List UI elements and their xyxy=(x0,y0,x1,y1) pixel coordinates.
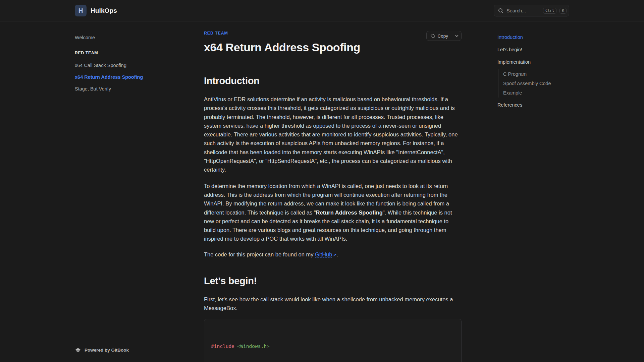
search-icon xyxy=(498,8,503,13)
paragraph-text: . xyxy=(336,251,338,257)
chevron-down-icon xyxy=(455,34,459,38)
copy-split-button: Copy xyxy=(426,31,462,41)
paragraph-intro-2: To determine the memory location from wh… xyxy=(204,182,462,243)
code-line: #include<Windows.h> xyxy=(211,343,461,350)
toc-item-references[interactable]: References xyxy=(497,100,569,110)
sidebar-item-stage-but-verify[interactable]: Stage, But Verify xyxy=(75,83,170,95)
paragraph-text: The code for this project can be found o… xyxy=(204,251,315,257)
toc-item-spoof-assembly-code[interactable]: Spoof Assembly Code xyxy=(503,79,569,88)
top-header: H HulkOps Search... Ctrl K xyxy=(0,0,644,21)
powered-by-gitbook-label: Powered by GitBook xyxy=(85,348,129,353)
copy-icon xyxy=(430,34,435,38)
site-title: HulkOps xyxy=(91,7,117,14)
paragraph-lets-begin: First, let's see how the call stack woul… xyxy=(204,295,462,313)
gitbook-logo-icon xyxy=(75,347,81,353)
page-toc: Introduction Let's begin! Implementation… xyxy=(497,21,569,362)
toc-item-implementation[interactable]: Implementation xyxy=(497,57,569,67)
code-token-string: <Windows.h> xyxy=(237,344,270,349)
toc-item-c-program[interactable]: C Program xyxy=(503,69,569,79)
sidebar-divider xyxy=(75,58,170,58)
search-placeholder: Search... xyxy=(506,8,540,13)
toc-item-introduction[interactable]: Introduction xyxy=(497,32,569,42)
external-link-arrow-icon: ↗ xyxy=(333,252,336,257)
toc-item-lets-begin[interactable]: Let's begin! xyxy=(497,45,569,55)
toc-item-example[interactable]: Example xyxy=(503,88,569,98)
sidebar-item-call-stack-spoofing[interactable]: x64 Call Stack Spoofing xyxy=(75,59,170,71)
breadcrumb[interactable]: RED TEAM xyxy=(204,31,360,36)
code-token-directive: #include xyxy=(211,344,234,349)
copy-options-button[interactable] xyxy=(452,31,461,41)
sidebar-nav: Welcome RED TEAM x64 Call Stack Spoofing… xyxy=(75,21,170,362)
site-logo-icon: H xyxy=(75,5,87,16)
heading-lets-begin: Let's begin! xyxy=(204,275,462,287)
site-brand[interactable]: H HulkOps xyxy=(75,5,117,16)
main-content: RED TEAM x64 Return Address Spoofing Cop… xyxy=(204,21,462,362)
sidebar-item-return-address-spoofing[interactable]: x64 Return Address Spoofing xyxy=(75,71,170,83)
shortcut-k-key: K xyxy=(559,8,567,14)
page-title: x64 Return Address Spoofing xyxy=(204,41,360,54)
code-block-c-program[interactable]: #include<Windows.h> #include<stdio.h> un… xyxy=(204,319,462,362)
paragraph-github: The code for this project can be found o… xyxy=(204,250,462,259)
toc-sub-list: C Program Spoof Assembly Code Example xyxy=(498,69,569,98)
bold-return-address-spoofing: Return Address Spoofing xyxy=(316,209,383,216)
heading-introduction: Introduction xyxy=(204,75,462,87)
copy-button-label: Copy xyxy=(437,34,448,39)
powered-by-gitbook-link[interactable]: Powered by GitBook xyxy=(75,347,129,353)
github-link[interactable]: GitHub xyxy=(315,251,332,258)
shortcut-ctrl-key: Ctrl xyxy=(543,8,557,14)
paragraph-intro-1: AntiVirus or EDR solutions determine if … xyxy=(204,95,462,174)
copy-button[interactable]: Copy xyxy=(427,31,452,41)
search-input[interactable]: Search... Ctrl K xyxy=(494,5,569,16)
sidebar-item-welcome[interactable]: Welcome xyxy=(75,32,170,43)
sidebar-section-red-team: RED TEAM xyxy=(75,49,170,57)
